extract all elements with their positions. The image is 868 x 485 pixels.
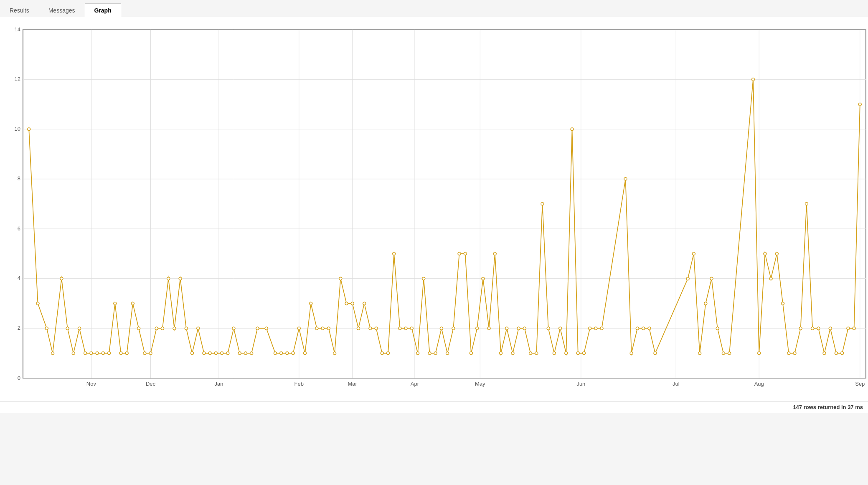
line-chart	[4, 21, 868, 397]
tab-graph[interactable]: Graph	[85, 3, 121, 17]
tab-bar: Results Messages Graph	[0, 0, 868, 17]
status-bar: 147 rows returned in 37 ms	[0, 401, 868, 413]
chart-container	[0, 17, 868, 401]
tab-results[interactable]: Results	[0, 3, 39, 17]
tab-messages[interactable]: Messages	[39, 3, 85, 17]
status-text: 147 rows returned in 37 ms	[793, 404, 863, 410]
